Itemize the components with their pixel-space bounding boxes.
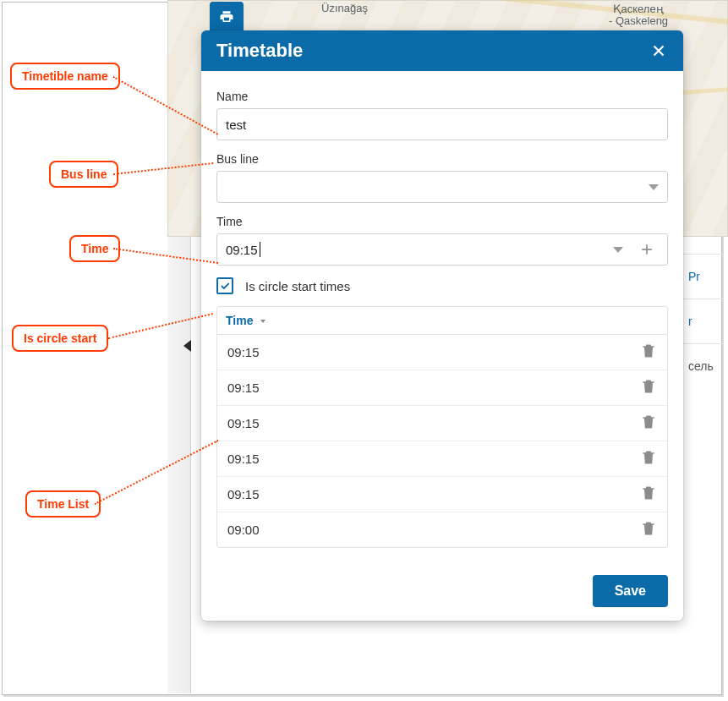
name-label: Name xyxy=(216,90,668,103)
time-cell: 09:15 xyxy=(227,345,260,359)
table-row: 09:00 xyxy=(217,512,667,547)
time-row: 09:15 xyxy=(216,233,668,266)
table-row: 09:15 xyxy=(217,477,667,512)
svg-rect-3 xyxy=(649,385,650,391)
print-icon xyxy=(219,9,234,25)
svg-rect-2 xyxy=(647,385,648,391)
trash-icon xyxy=(640,519,657,538)
svg-rect-5 xyxy=(649,420,650,426)
chevron-down-icon[interactable] xyxy=(613,247,623,253)
map-label-line: - Qaskeleng xyxy=(609,14,668,27)
annotation-busline: Bus line xyxy=(49,161,118,188)
table-row: 09:15 xyxy=(217,406,667,441)
time-cell: 09:15 xyxy=(227,487,260,501)
modal-footer: Save xyxy=(201,563,683,621)
time-cell: 09:00 xyxy=(227,523,260,537)
svg-rect-4 xyxy=(647,420,648,426)
time-table: Time 09:1509:1509:1509:1509:1509:00 xyxy=(216,306,668,548)
svg-rect-8 xyxy=(647,491,648,497)
annotation-circle: Is circle start xyxy=(12,325,108,352)
time-input-value: 09:15 xyxy=(226,243,258,257)
table-row: 09:15 xyxy=(217,441,667,477)
table-row: 09:15 xyxy=(217,370,667,406)
time-table-header[interactable]: Time xyxy=(217,307,667,335)
chevron-down-icon xyxy=(649,184,659,190)
name-input[interactable] xyxy=(216,108,668,140)
trash-icon xyxy=(640,413,657,431)
table-row: 09:15 xyxy=(217,335,667,370)
busline-select[interactable] xyxy=(216,171,668,203)
time-input[interactable]: 09:15 xyxy=(216,233,668,266)
close-button[interactable] xyxy=(649,41,668,60)
delete-row-button[interactable] xyxy=(640,342,657,363)
print-button[interactable] xyxy=(210,2,244,32)
side-peek-item[interactable]: r xyxy=(683,298,724,343)
modal-title: Timetable xyxy=(216,40,303,62)
check-icon xyxy=(219,280,231,292)
time-cell: 09:15 xyxy=(227,452,260,466)
svg-rect-1 xyxy=(649,349,650,355)
svg-rect-9 xyxy=(649,491,650,497)
modal-header: Timetable xyxy=(201,30,683,71)
side-peek-item[interactable]: Pr xyxy=(683,254,724,298)
close-icon xyxy=(649,41,668,60)
time-cell: 09:15 xyxy=(227,416,260,430)
trash-icon xyxy=(640,484,657,502)
trash-icon xyxy=(640,448,657,467)
add-time-button[interactable] xyxy=(635,238,659,261)
svg-rect-0 xyxy=(647,349,648,355)
trash-icon xyxy=(640,377,657,396)
delete-row-button[interactable] xyxy=(640,448,657,469)
circle-checkbox-row: Is circle start times xyxy=(216,277,668,294)
svg-rect-6 xyxy=(647,456,648,462)
timetable-modal: Timetable Name Bus line Time 09:15 xyxy=(201,30,683,621)
trash-icon xyxy=(640,342,657,360)
map-label: Қаскелең - Qaskeleng xyxy=(609,3,668,28)
svg-rect-7 xyxy=(649,456,650,462)
delete-row-button[interactable] xyxy=(640,519,657,540)
map-label-line: Қаскелең xyxy=(613,3,663,15)
name-input-field[interactable] xyxy=(226,118,659,132)
delete-row-button[interactable] xyxy=(640,377,657,398)
time-label: Time xyxy=(216,215,668,228)
map-label: Üzınağaş xyxy=(321,2,368,14)
side-panel-peek: Pr r сель xyxy=(683,254,724,388)
delete-row-button[interactable] xyxy=(640,484,657,505)
annotation-list: Time List xyxy=(25,490,101,518)
time-column-header: Time xyxy=(226,314,253,327)
plus-icon xyxy=(638,241,655,258)
circle-checkbox-label: Is circle start times xyxy=(245,279,350,293)
text-cursor xyxy=(260,242,260,257)
time-cell: 09:15 xyxy=(227,381,260,395)
svg-rect-10 xyxy=(647,527,648,533)
svg-rect-11 xyxy=(649,527,650,533)
delete-row-button[interactable] xyxy=(640,413,657,434)
save-button[interactable]: Save xyxy=(593,575,668,607)
busline-label: Bus line xyxy=(216,152,668,166)
side-peek-item[interactable]: сель xyxy=(683,343,724,388)
circle-checkbox[interactable] xyxy=(216,277,233,294)
collapse-caret-icon[interactable] xyxy=(183,340,191,352)
annotation-name: Timetible name xyxy=(10,63,120,90)
sort-asc-icon xyxy=(258,314,268,327)
modal-body: Name Bus line Time 09:15 xyxy=(201,71,683,563)
